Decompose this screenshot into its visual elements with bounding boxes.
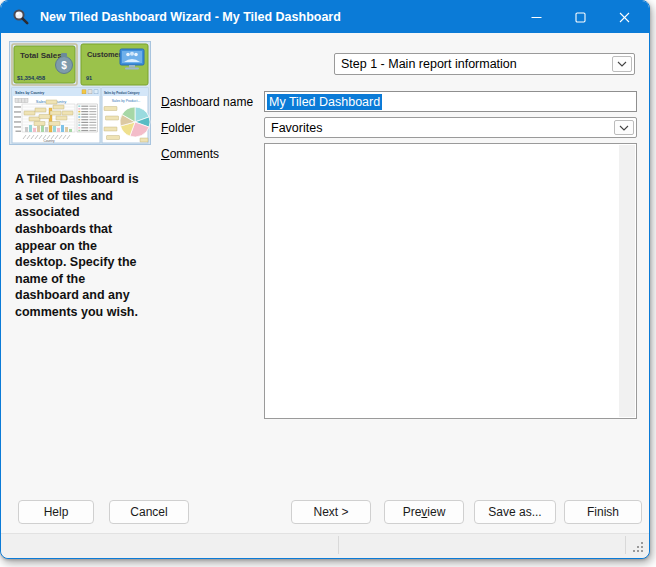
mnemonic-char: D	[161, 95, 170, 109]
dashboard-name-label: Dashboard name	[161, 95, 253, 109]
close-icon	[619, 12, 630, 23]
panel-sales-by-country-header: Sales by Country	[15, 91, 44, 95]
help-button[interactable]: Help	[18, 500, 94, 524]
tile-total-sales-label: Total Sales	[20, 51, 62, 60]
minimize-icon	[531, 12, 542, 23]
selected-text: My Tiled Dashboard	[267, 94, 382, 110]
chevron-down-icon	[619, 125, 629, 131]
pie-chart	[120, 107, 150, 137]
dashboard-name-input[interactable]: My Tiled Dashboard	[264, 91, 637, 112]
cancel-button[interactable]: Cancel	[109, 500, 189, 524]
bar-chart-legend	[77, 104, 98, 132]
maximize-button[interactable]	[558, 1, 602, 33]
window-controls	[514, 1, 646, 33]
status-bar	[1, 533, 649, 558]
tile-total-sales-value: $1,354,458	[17, 75, 45, 81]
label-part: iew	[427, 505, 445, 519]
title-bar[interactable]: New Tiled Dashboard Wizard - My Tiled Da…	[1, 1, 649, 33]
finish-button[interactable]: Finish	[564, 500, 642, 524]
label-part: Pre	[403, 505, 422, 519]
preview-button[interactable]: Preview	[384, 500, 464, 524]
save-as-button[interactable]: Save as...	[474, 500, 556, 524]
panel-header-icons	[82, 90, 98, 94]
step-selector[interactable]: Step 1 - Main report information	[334, 53, 635, 75]
magnifier-app-icon	[12, 8, 30, 26]
comments-label: Comments	[161, 147, 219, 161]
label-rest: omments	[170, 147, 219, 161]
window-title: New Tiled Dashboard Wizard - My Tiled Da…	[40, 10, 341, 24]
close-button[interactable]	[602, 1, 646, 33]
chevron-down-icon	[617, 61, 627, 67]
pie-chart-title: Sales by Product...	[112, 99, 141, 103]
label-rest: ashboard name	[170, 95, 253, 109]
wizard-dialog: New Tiled Dashboard Wizard - My Tiled Da…	[0, 0, 650, 559]
folder-dropdown-button[interactable]	[614, 120, 634, 135]
description-text: A Tiled Dashboard is a set of tiles and …	[15, 171, 149, 321]
folder-select-value: Favorites	[271, 121, 322, 135]
next-button[interactable]: Next >	[291, 500, 371, 524]
comments-textarea[interactable]	[264, 143, 637, 419]
status-bar-divider	[338, 536, 339, 554]
status-bar-divider	[625, 536, 626, 554]
step-selector-dropdown-button[interactable]	[612, 56, 632, 72]
comments-scrollbar[interactable]	[619, 145, 635, 417]
label-rest: older	[168, 121, 195, 135]
folder-select[interactable]: Favorites	[264, 117, 637, 138]
maximize-icon	[575, 12, 586, 23]
tile-customers-value: 91	[86, 75, 92, 81]
folder-label: Folder	[161, 121, 195, 135]
mnemonic-char: C	[161, 147, 170, 161]
resize-grip[interactable]	[633, 542, 644, 553]
step-selector-value: Step 1 - Main report information	[341, 57, 517, 71]
svg-text:$: $	[61, 60, 67, 71]
bar-chart-x-axis-label: Country	[43, 139, 55, 143]
dashboard-preview-thumbnail: Total Sales $ $1,354,458 Customers 91 Sa…	[9, 41, 151, 145]
panel-sales-by-product-header: Sales by Product Category	[104, 91, 140, 95]
minimize-button[interactable]	[514, 1, 558, 33]
